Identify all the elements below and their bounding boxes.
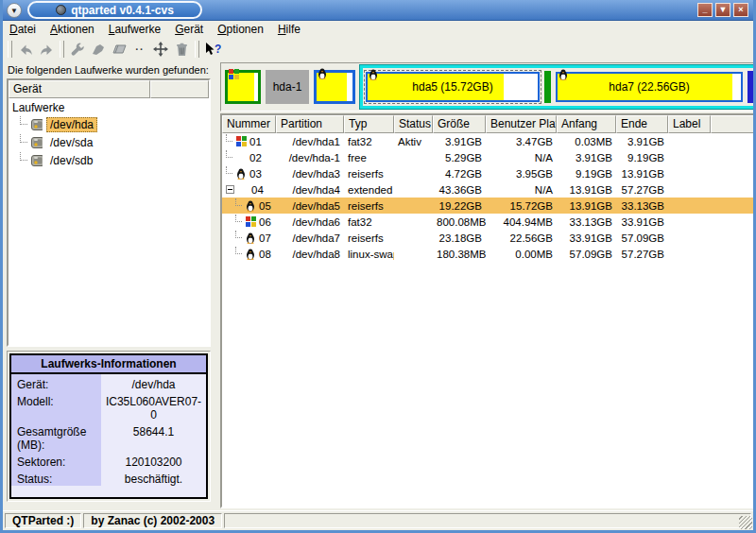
tree-item-dev-sdb[interactable]: /dev/sdb [20, 151, 209, 169]
status-app-label: QTParted :) [5, 513, 81, 528]
table-row[interactable]: 01 /dev/hda1 fat32 Aktiv 3.91GB 3.47GB 0… [222, 133, 753, 149]
disk-info-panel: Laufwerks-Informationen Gerät: /dev/hda … [9, 353, 208, 499]
redo-icon[interactable] [36, 40, 57, 59]
tux-icon [245, 249, 256, 260]
partition-segment-hda5[interactable]: hda5 (15.72GB) [366, 72, 540, 102]
windows-icon [245, 216, 256, 227]
menu-optionen[interactable]: Optionen [217, 23, 264, 36]
device-label: /dev/hda [46, 117, 97, 132]
shade-button[interactable]: ▼ [715, 3, 730, 17]
tux-icon [318, 66, 327, 83]
windows-icon [229, 66, 239, 83]
partition-table: Nummer Partition Typ Status Größe Benutz… [220, 113, 753, 508]
col-groesse[interactable]: Größe [433, 115, 486, 133]
tux-icon [235, 168, 247, 180]
tree-item-dev-hda[interactable]: /dev/hda [20, 115, 209, 133]
table-row[interactable]: 04 /dev/hda4 extended 43.36GB N/A 13.91G… [222, 181, 753, 198]
whats-this-help-icon[interactable]: ? [202, 40, 223, 59]
move-icon[interactable] [150, 40, 171, 59]
tux-icon [245, 232, 256, 244]
info-label-sektoren: Sektoren: [11, 452, 101, 469]
window-title-pill: qtparted v0.4.1-cvs [27, 1, 202, 19]
devices-found-label: Die folgenden Laufwerke wurden gefunden: [7, 63, 211, 78]
col-ende[interactable]: Ende [616, 115, 668, 133]
device-label: /dev/sda [46, 136, 96, 149]
format-eraser-icon[interactable] [109, 40, 129, 59]
disk-info-title: Laufwerks-Informationen [11, 355, 206, 374]
tux-icon [369, 67, 378, 84]
app-icon [56, 5, 66, 15]
table-row[interactable]: 07 /dev/hda7 reiserfs 23.18GB 22.56GB 33… [222, 230, 753, 246]
table-row[interactable]: 03 /dev/hda3 reiserfs 4.72GB 3.95GB 9.19… [222, 165, 753, 181]
partition-segment-hda7[interactable]: hda7 (22.56GB) [556, 72, 743, 102]
info-label-status: Status: [11, 469, 101, 486]
titlebar[interactable]: ▼ qtparted v0.4.1-cvs _ ▼ × [3, 0, 753, 21]
create-partition-icon[interactable] [88, 40, 109, 59]
close-button[interactable]: × [733, 3, 748, 17]
partition-segment-hda3[interactable] [314, 70, 355, 104]
table-row[interactable]: 08 /dev/hda8 linux-swap 180.38MB 0.00MB … [222, 246, 753, 262]
info-label-geraet: Gerät: [11, 374, 101, 391]
hdd-icon [31, 119, 43, 130]
hda7-label: hda7 (22.56GB) [558, 80, 741, 94]
menu-aktionen[interactable]: Aktionen [50, 23, 94, 36]
qtparted-window: ▼ qtparted v0.4.1-cvs _ ▼ × Datei Aktion… [0, 0, 756, 533]
toolbar-handle[interactable] [60, 41, 64, 58]
partition-segment-free[interactable]: hda-1 [266, 70, 309, 104]
tux-icon [558, 67, 568, 84]
col-anfang[interactable]: Anfang [557, 115, 616, 133]
menu-geraet[interactable]: Gerät [175, 23, 203, 36]
window-title: qtparted v0.4.1-cvs [71, 4, 174, 17]
col-nummer[interactable]: Nummer [222, 115, 276, 133]
table-header: Nummer Partition Typ Status Größe Benutz… [222, 115, 753, 133]
resize-icon[interactable]: ·· [129, 40, 150, 59]
toolbar-handle[interactable] [8, 41, 12, 58]
partition-segment-hda1[interactable] [225, 70, 261, 104]
table-row[interactable]: 02 /dev/hda-1 free 5.29GB N/A 3.91GB 9.1… [222, 149, 753, 165]
menu-datei[interactable]: Datei [9, 23, 36, 36]
table-row-selected[interactable]: 05 /dev/hda5 reiserfs 19.22GB 15.72GB 13… [222, 198, 753, 214]
table-row[interactable]: 06 /dev/hda6 fat32 800.08MB 404.94MB 33.… [222, 214, 753, 230]
partition-panel: hda-1 hda5 (15.72GB) [220, 60, 753, 510]
system-menu-button[interactable]: ▼ [7, 3, 22, 18]
collapse-expander-icon[interactable] [226, 185, 234, 194]
menu-hilfe[interactable]: Hilfe [278, 23, 301, 36]
info-label-gesamtgroesse: Gesamtgröße (MB): [11, 421, 101, 452]
tree-root-laufwerke[interactable]: Laufwerke [10, 100, 209, 115]
menu-laufwerke[interactable]: Laufwerke [109, 23, 161, 36]
col-benutzer-platz[interactable]: Benutzer Platz [486, 115, 557, 133]
col-typ[interactable]: Typ [344, 115, 394, 133]
windows-icon [235, 136, 247, 146]
minimize-button[interactable]: _ [697, 3, 713, 17]
device-panel: Die folgenden Laufwerke wurden gefunden:… [3, 60, 216, 510]
col-label[interactable]: Label [668, 115, 711, 133]
info-value-gesamtgroesse: 58644.1 [101, 421, 206, 452]
tree-header-blank[interactable] [150, 80, 209, 98]
property-wrench-icon[interactable] [67, 40, 88, 59]
partition-segment-extended: hda5 (15.72GB) hda7 (22.56GB) [360, 65, 753, 109]
tree-item-dev-sda[interactable]: /dev/sda [20, 133, 209, 151]
delete-trash-icon[interactable] [171, 40, 192, 59]
tux-icon [245, 200, 256, 212]
col-status[interactable]: Status [394, 115, 433, 133]
undo-icon[interactable] [15, 40, 36, 59]
partition-segment-hda6[interactable] [544, 71, 551, 103]
info-label-modell: Modell: [11, 391, 101, 421]
statusbar: QTParted :) by Zanac (c) 2002-2003 [3, 510, 753, 530]
hdd-icon [31, 137, 43, 148]
device-tree: Gerät Laufwerke /dev/hda [7, 78, 211, 347]
main-content: Die folgenden Laufwerke wurden gefunden:… [3, 60, 753, 510]
status-filler [224, 513, 751, 528]
svg-text:?: ? [215, 43, 221, 56]
info-value-geraet: /dev/hda [101, 374, 206, 391]
info-value-modell: IC35L060AVER07-0 [101, 391, 206, 421]
toolbar: ·· ? [3, 38, 753, 60]
toolbar-handle[interactable] [195, 41, 199, 58]
info-value-sektoren: 120103200 [101, 452, 206, 469]
partition-segment-hda8[interactable] [747, 71, 753, 103]
resize-grip[interactable] [739, 516, 752, 529]
partition-bar: hda-1 hda5 (15.72GB) [220, 62, 753, 112]
status-credit-label: by Zanac (c) 2002-2003 [83, 513, 222, 528]
tree-header-geraet[interactable]: Gerät [9, 80, 150, 98]
col-partition[interactable]: Partition [276, 115, 344, 133]
